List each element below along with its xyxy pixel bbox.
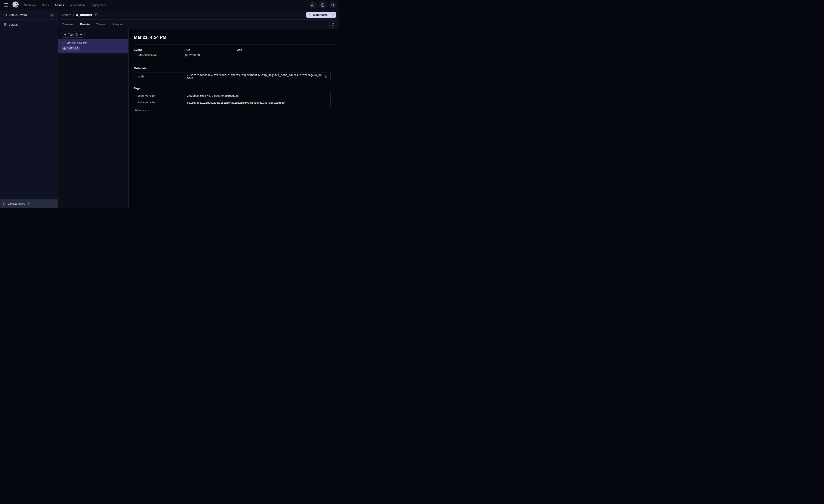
- materialization-sparkle-icon: [62, 41, 65, 44]
- caret-up-icon: ▲: [148, 110, 149, 112]
- tag-value: 5816d76e51c13dac22e3fa182a654aa2d526fb50…: [187, 101, 285, 104]
- settings-button[interactable]: ⚙: [329, 1, 336, 9]
- event-column: Event Materialization: [134, 48, 185, 57]
- sidebar-item-code-location[interactable]: 250321-dvers 1: [0, 10, 58, 20]
- event-list-pane: Type (2) Mar 21, 4:54 PM: [58, 29, 129, 208]
- tags-table: code_version 2fd32b85-59be-4d7d-8d6e-943…: [134, 92, 331, 106]
- run-id-link[interactable]: 2fd32b85: [189, 53, 201, 57]
- breadcrumb: Assets › a_number: [62, 13, 98, 17]
- run-column-header: Run: [185, 48, 237, 51]
- copy-path-button[interactable]: [324, 75, 328, 79]
- search-button[interactable]: [309, 1, 316, 9]
- materialize-button-label: Materialize: [313, 13, 328, 16]
- help-icon: ?: [321, 3, 324, 7]
- materialization-sparkle-icon: [134, 53, 137, 57]
- materialize-split-button: Materialize ▾: [306, 12, 336, 18]
- event-detail-title: Mar 21, 4:54 PM: [134, 35, 336, 40]
- asset-count-badge: 1: [49, 13, 55, 17]
- top-nav: Overview Runs Assets Automation Deployme…: [0, 0, 339, 10]
- refresh-icon: [331, 23, 334, 26]
- event-run-pill[interactable]: 2fd32b85: [62, 46, 80, 50]
- asset-groups-sidebar: 250321-dvers 1 default 250321-dvers: [0, 10, 58, 208]
- tab-overview[interactable]: Overview: [62, 20, 74, 29]
- metadata-key: path: [134, 73, 185, 81]
- hamburger-menu-button[interactable]: [3, 2, 9, 8]
- search-icon: [311, 3, 314, 7]
- run-target-icon: [63, 47, 66, 50]
- materialize-sparkle-icon: [309, 13, 312, 16]
- event-timestamp: Mar 21, 4:54 PM: [67, 41, 87, 44]
- tab-lineage[interactable]: Lineage: [112, 20, 122, 29]
- table-row: path /Users/smackesey/stm/code/elementl/…: [134, 73, 330, 81]
- topnav-actions: ? ⚙: [309, 1, 336, 9]
- breadcrumb-assets-link[interactable]: Assets: [62, 13, 71, 17]
- event-list-item-selected[interactable]: Mar 21, 4:54 PM 2fd32b85: [58, 39, 128, 53]
- events-content: Type (2) Mar 21, 4:54 PM: [58, 29, 339, 208]
- page-header: Assets › a_number Materi: [58, 10, 339, 20]
- copy-icon: [95, 13, 98, 16]
- event-info-grid: Event Materialization Run: [134, 48, 336, 57]
- dagster-logo[interactable]: [11, 1, 19, 9]
- tag-key: data_version: [134, 99, 185, 106]
- svg-text:?: ?: [322, 4, 323, 6]
- chevron-right-icon: ›: [73, 13, 74, 17]
- asset-group-icon: [3, 23, 7, 26]
- run-success-check-icon: [185, 53, 188, 57]
- caret-down-icon: ▾: [332, 14, 334, 16]
- chevron-down-icon: [80, 34, 82, 35]
- primary-nav: Overview Runs Assets Automation Deployme…: [24, 3, 106, 7]
- hide-tags-label: Hide tags: [135, 109, 146, 112]
- metadata-path-link[interactable]: /Users/smackesey/stm/code/elementl/exper…: [187, 74, 322, 80]
- job-column: Job —: [237, 48, 336, 57]
- reload-icon: [27, 202, 30, 205]
- tag-value: 2fd32b85-59be-4d7d-8d6e-943b6b3d73cf: [187, 94, 239, 97]
- sidebar-footer-code-location[interactable]: 250321-dvers: [0, 200, 58, 208]
- dagster-octopus-icon: [11, 1, 19, 9]
- table-row: code_version 2fd32b85-59be-4d7d-8d6e-943…: [134, 92, 330, 99]
- sidebar-group-label: 250321-dvers: [9, 13, 27, 16]
- filter-icon: [64, 33, 67, 36]
- metadata-section: Metadata path /Users/smackesey/stm/code/…: [134, 67, 336, 81]
- copy-icon: [324, 75, 327, 78]
- nav-item-runs[interactable]: Runs: [42, 3, 49, 7]
- type-filter-button[interactable]: Type (2): [61, 31, 85, 38]
- event-column-header: Event: [134, 48, 185, 51]
- folder-icon: [3, 202, 6, 205]
- job-column-header: Job: [237, 48, 336, 51]
- tab-events[interactable]: Events: [80, 20, 90, 29]
- main-content: Assets › a_number Materi: [58, 10, 339, 208]
- event-type-value: Materialization: [138, 53, 158, 57]
- gear-icon: ⚙: [331, 3, 334, 7]
- run-column: Run 2fd32b85: [185, 48, 237, 57]
- tag-key: code_version: [134, 92, 185, 99]
- metadata-heading: Metadata: [134, 67, 336, 70]
- nav-item-assets[interactable]: Assets: [55, 3, 64, 7]
- tab-checks[interactable]: Checks: [96, 20, 106, 29]
- materialize-button[interactable]: Materialize: [306, 12, 330, 18]
- type-filter-label: Type (2): [68, 33, 78, 36]
- sidebar-item-label: default: [9, 23, 18, 26]
- asset-tabs: Overview Events Checks Lineage: [58, 20, 339, 29]
- table-row: data_version 5816d76e51c13dac22e3fa182a6…: [134, 99, 330, 106]
- hamburger-icon: [4, 3, 8, 4]
- nav-item-automation[interactable]: Automation: [70, 3, 85, 7]
- event-detail-pane: Mar 21, 4:54 PM Event Materialization: [129, 29, 339, 208]
- materialize-dropdown-button[interactable]: ▾: [330, 12, 336, 18]
- asset-name-title: a_number: [76, 13, 92, 17]
- hide-tags-button[interactable]: Hide tags ▲: [134, 109, 151, 112]
- event-run-id: 2fd32b85: [67, 47, 78, 50]
- nav-item-overview[interactable]: Overview: [24, 3, 36, 7]
- folder-icon: [3, 13, 7, 16]
- sidebar-footer-label: 250321-dvers: [8, 202, 25, 205]
- refresh-button[interactable]: [329, 21, 336, 28]
- help-button[interactable]: ?: [319, 1, 326, 9]
- job-value: —: [237, 53, 240, 57]
- tags-heading: Tags: [134, 87, 336, 90]
- sidebar-item-default[interactable]: default: [0, 20, 58, 29]
- tags-section: Tags code_version 2fd32b85-59be-4d7d-8d6…: [134, 87, 336, 112]
- metadata-table: path /Users/smackesey/stm/code/elementl/…: [134, 72, 331, 81]
- copy-asset-name-button[interactable]: [94, 13, 98, 17]
- nav-item-deployment[interactable]: Deployment: [91, 3, 106, 7]
